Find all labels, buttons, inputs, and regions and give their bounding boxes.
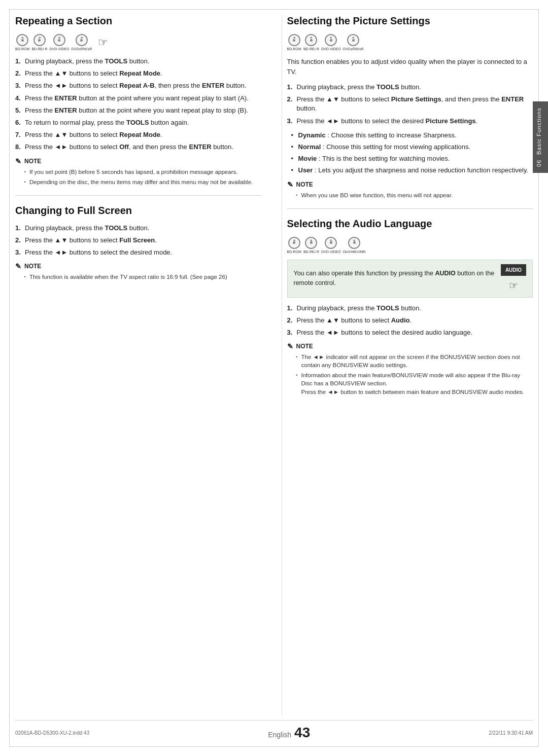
pic-disc-bd-rom: ⊙ BD-ROM	[287, 34, 301, 51]
chapter-number: 06	[536, 160, 542, 167]
disc-dvd-video: ⊙ DVD-VIDEO	[50, 34, 70, 51]
disc-bd-re-r: ⊙ BD-RE/-R	[31, 34, 47, 51]
audio-steps: 1. During playback, press the TOOLS butt…	[287, 304, 533, 338]
picture-note-list: When you use BD wise function, this menu…	[296, 191, 533, 199]
bullet-normal: Normal : Choose this setting for most vi…	[291, 142, 533, 152]
audio-disc-dvd-video: ⊙ DVD-VIDEO	[321, 237, 341, 254]
audio-note-item-1: The ◄► indicator will not appear on the …	[296, 353, 533, 369]
divider-1	[15, 195, 261, 196]
picture-settings-section: Selecting the Picture Settings ⊙ BD-ROM …	[287, 15, 533, 199]
picture-bullets: Dynamic : Choose this setting to increas…	[291, 131, 533, 175]
note-pencil-icon-2: ✎	[15, 262, 21, 270]
chapter-tab: 06 Basic Functions	[533, 101, 548, 173]
hand-icon: ☞	[501, 278, 526, 293]
footer: 02061A-BD-D5300-XU-2.indd 43 English 43 …	[15, 720, 533, 741]
repeating-disc-icons: ⊙ BD-ROM ⊙ BD-RE/-R ⊙ DVD-VIDEO ⊙ DVD±RW…	[15, 34, 261, 51]
note-label-3: NOTE	[296, 181, 313, 188]
english-label: English	[268, 731, 291, 739]
content-area: Repeating a Section ⊙ BD-ROM ⊙ BD-RE/-R …	[15, 15, 533, 741]
picture-settings-title: Selecting the Picture Settings	[287, 15, 533, 29]
full-screen-note: ✎ NOTE This function is available when t…	[15, 262, 261, 281]
step-3: 3. Press the ◄► buttons to select Repeat…	[15, 81, 261, 90]
full-screen-note-list: This function is available when the TV a…	[24, 273, 261, 281]
step-4: 4. Press the ENTER button at the point w…	[15, 94, 261, 103]
pic-note-item-1: When you use BD wise function, this menu…	[296, 191, 533, 199]
repeating-section: Repeating a Section ⊙ BD-ROM ⊙ BD-RE/-R …	[15, 15, 261, 186]
bullet-dynamic: Dynamic : Choose this setting to increas…	[291, 131, 533, 140]
highlight-text: You can also operate this function by pr…	[294, 270, 495, 286]
fs-step-2: 2. Press the ▲▼ buttons to select Full S…	[15, 236, 261, 245]
divider-2	[287, 208, 533, 209]
fs-step-3: 3. Press the ◄► buttons to select the de…	[15, 248, 261, 257]
step-8: 8. Press the ◄► buttons to select Off, a…	[15, 142, 261, 152]
footer-left: 02061A-BD-D5300-XU-2.indd 43	[15, 730, 89, 736]
main-columns: Repeating a Section ⊙ BD-ROM ⊙ BD-RE/-R …	[15, 15, 533, 715]
step-2: 2. Press the ▲▼ buttons to select Repeat…	[15, 69, 261, 78]
audio-language-section: Selecting the Audio Language ⊙ BD-ROM ⊙ …	[287, 218, 533, 396]
note-pencil-icon-4: ✎	[287, 342, 293, 350]
picture-steps: 1. During playback, press the TOOLS butt…	[287, 83, 533, 126]
picture-intro: This function enables you to adjust vide…	[287, 57, 533, 77]
left-column: Repeating a Section ⊙ BD-ROM ⊙ BD-RE/-R …	[15, 15, 266, 715]
audio-note: ✎ NOTE The ◄► indicator will not appear …	[287, 342, 533, 395]
step-5: 5. Press the ENTER button at the point w…	[15, 106, 261, 115]
pic-disc-dvd-rw: ⊙ DVD±RW/±R	[343, 34, 364, 51]
disc-bd-rom: ⊙ BD-ROM	[15, 34, 29, 51]
note-label: NOTE	[24, 158, 41, 165]
disc-dvd-rw: ⊙ DVD±RW/±R	[71, 34, 92, 51]
note-pencil-icon: ✎	[15, 157, 21, 165]
bullet-movie: Movie : This is the best setting for wat…	[291, 154, 533, 163]
full-screen-section: Changing to Full Screen 1. During playba…	[15, 205, 261, 281]
note-label-4: NOTE	[296, 343, 313, 350]
note-label-2: NOTE	[24, 263, 41, 270]
footer-right: 2/22/11 9:30:41 AM	[489, 730, 533, 736]
repeating-note-list: If you set point (B) before 5 seconds ha…	[24, 168, 261, 186]
audio-note-list: The ◄► indicator will not appear on the …	[296, 353, 533, 395]
bullet-user: User : Lets you adjust the sharpness and…	[291, 166, 533, 175]
pic-disc-bd-re-r: ⊙ BD-RE/-R	[303, 34, 319, 51]
audio-highlight-box: You can also operate this function by pr…	[287, 260, 533, 298]
audio-step-2: 2. Press the ▲▼ buttons to select Audio.	[287, 316, 533, 325]
audio-note-item-2: Information about the main feature/BONUS…	[296, 371, 533, 395]
note-item-2: Depending on the disc, the menu items ma…	[24, 178, 261, 186]
chapter-label: Basic Functions	[536, 107, 542, 155]
note-pencil-icon-3: ✎	[287, 181, 293, 189]
audio-step-3: 3. Press the ◄► buttons to select the de…	[287, 328, 533, 337]
picture-note: ✎ NOTE When you use BD wise function, th…	[287, 181, 533, 199]
full-screen-steps: 1. During playback, press the TOOLS butt…	[15, 224, 261, 258]
fs-step-1: 1. During playback, press the TOOLS butt…	[15, 224, 261, 233]
pic-step-3: 3. Press the ◄► buttons to select the de…	[287, 117, 533, 126]
pic-step-2: 2. Press the ▲▼ buttons to select Pictur…	[287, 95, 533, 113]
audio-step-1: 1. During playback, press the TOOLS butt…	[287, 304, 533, 313]
full-screen-title: Changing to Full Screen	[15, 205, 261, 219]
audio-disc-icons: ⊙ BD-ROM ⊙ BD-RE/-R ⊙ DVD-VIDEO ⊙ DivX/M…	[287, 237, 533, 254]
fs-note-item-1: This function is available when the TV a…	[24, 273, 261, 281]
repeating-steps: 1. During playback, press the TOOLS butt…	[15, 57, 261, 152]
picture-disc-icons: ⊙ BD-ROM ⊙ BD-RE/-R ⊙ DVD-VIDEO ⊙ DVD±RW…	[287, 34, 533, 51]
audio-disc-bd-re-r: ⊙ BD-RE/-R	[303, 237, 319, 254]
step-1: 1. During playback, press the TOOLS butt…	[15, 57, 261, 66]
audio-language-title: Selecting the Audio Language	[287, 218, 533, 232]
tools-hand-icon: ☞	[98, 36, 108, 49]
audio-disc-bd-rom: ⊙ BD-ROM	[287, 237, 301, 254]
note-item-1: If you set point (B) before 5 seconds ha…	[24, 168, 261, 176]
repeating-note: ✎ NOTE If you set point (B) before 5 sec…	[15, 157, 261, 186]
step-7: 7. Press the ▲▼ buttons to select Repeat…	[15, 130, 261, 139]
pic-step-1: 1. During playback, press the TOOLS butt…	[287, 83, 533, 92]
repeating-title: Repeating a Section	[15, 15, 261, 29]
step-6: 6. To return to normal play, press the T…	[15, 118, 261, 127]
audio-disc-divx: ⊙ DivX/MKV/MN	[343, 237, 366, 254]
audio-badge: AUDIO ☞	[501, 264, 526, 293]
page-number: 43	[294, 725, 310, 741]
right-column: Selecting the Picture Settings ⊙ BD-ROM …	[282, 15, 533, 715]
pic-disc-dvd-video: ⊙ DVD-VIDEO	[321, 34, 341, 51]
